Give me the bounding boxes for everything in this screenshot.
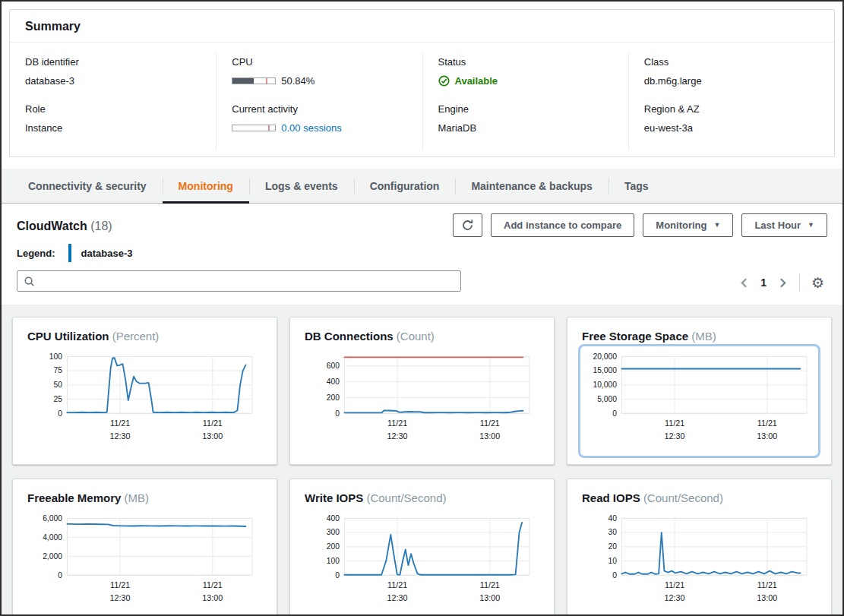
summary-col-status: Status Available Engine MariaDB [422,53,628,150]
summary-panel-header: Summary [10,10,834,43]
svg-text:10,000: 10,000 [593,381,617,389]
write-iops-chart[interactable]: 010020030040011/2112:3011/2113:00 [301,506,543,616]
cpu-label: CPU [232,56,406,68]
monitoring-dropdown-button[interactable]: Monitoring ▼ [643,213,733,237]
read-iops-chart[interactable]: 01020304011/2112:3011/2113:00 [578,506,820,616]
svg-text:5,000: 5,000 [597,395,617,403]
svg-text:300: 300 [327,529,340,537]
caret-down-icon: ▼ [713,222,720,229]
status-badge: Available [438,75,613,87]
db-identifier-value: database-3 [25,75,201,87]
metric-search-input[interactable] [40,275,454,288]
svg-text:12:30: 12:30 [110,593,131,602]
svg-text:11/21: 11/21 [203,419,223,428]
search-row: 1 ⚙ [17,270,827,292]
sessions-value-link[interactable]: 0.00 sessions [281,122,342,134]
settings-gear-icon[interactable]: ⚙ [811,276,824,290]
summary-col-identifier: DB identifier database-3 Role Instance [10,53,216,150]
svg-text:11/21: 11/21 [480,581,500,590]
summary-title: Summary [25,20,819,33]
role-field: Role Instance [25,103,201,134]
refresh-button[interactable] [453,213,482,237]
class-label: Class [644,56,819,68]
legend-color-swatch [68,244,71,262]
chart-title: Freeable Memory (MB) [27,491,266,504]
svg-text:100: 100 [49,352,62,361]
cloudwatch-toolbar: Add instance to compare Monitoring ▼ Las… [453,213,827,237]
add-instance-to-compare-button[interactable]: Add instance to compare [491,213,634,237]
add-instance-label: Add instance to compare [504,220,621,231]
svg-text:13:00: 13:00 [202,593,223,602]
current-page-number: 1 [760,276,767,289]
svg-text:13:00: 13:00 [757,431,777,441]
role-value: Instance [25,122,201,134]
tab-monitoring[interactable]: Monitoring [163,169,249,204]
freeable-memory-chart[interactable]: 02,0004,0006,00011/2112:3011/2113:00 [24,506,266,616]
svg-text:11/21: 11/21 [110,419,130,428]
svg-text:13:00: 13:00 [757,593,777,602]
summary-grid: DB identifier database-3 Role Instance C… [10,43,834,156]
svg-text:11/21: 11/21 [480,419,500,428]
tab-configuration[interactable]: Configuration [354,169,456,204]
svg-text:12:30: 12:30 [665,593,685,602]
svg-text:11/21: 11/21 [757,419,777,428]
cpu-value-row: 50.84% [232,75,406,87]
svg-text:2,000: 2,000 [43,552,62,561]
cpu-meter [232,77,276,84]
previous-page-icon[interactable] [739,277,749,289]
rds-instance-page: Summary DB identifier database-3 Role In… [0,0,844,616]
cpu-meter-fill [232,78,254,84]
svg-text:12:30: 12:30 [387,431,408,441]
legend-row: Legend: database-3 [17,244,827,262]
chart-unit: (MB) [691,330,716,343]
engine-field: Engine MariaDB [438,103,613,134]
class-value: db.m6g.large [644,75,819,87]
tab-connectivity-security[interactable]: Connectivity & security [12,169,163,204]
tab-maintenance-backups[interactable]: Maintenance & backups [455,169,609,204]
region-field: Region & AZ eu-west-3a [644,103,819,134]
region-label: Region & AZ [644,103,819,115]
svg-text:400: 400 [327,514,340,523]
refresh-icon [461,219,474,232]
svg-text:4,000: 4,000 [43,533,62,542]
next-page-icon[interactable] [778,277,788,289]
free-storage-space-chart[interactable]: 05,00010,00015,00020,00011/2112:3011/211… [578,344,820,458]
legend-label: Legend: [17,248,55,259]
caret-down-icon: ▼ [808,222,814,229]
status-field: Status Available [438,56,613,87]
svg-text:11/21: 11/21 [757,581,777,590]
summary-panel: Summary DB identifier database-3 Role In… [9,9,835,157]
svg-text:13:00: 13:00 [479,431,500,441]
svg-text:0: 0 [58,571,62,580]
svg-text:0: 0 [612,571,617,580]
summary-col-class: Class db.m6g.large Region & AZ eu-west-3… [628,53,834,150]
metric-search-box[interactable] [17,270,461,292]
cpu-field: CPU 50.84% [232,56,406,87]
db-connections-chart[interactable]: 020040060011/2112:3011/2113:00 [301,344,543,458]
svg-text:13:00: 13:00 [202,431,223,441]
monitoring-dropdown-label: Monitoring [656,220,706,231]
svg-text:0: 0 [335,571,340,580]
class-field: Class db.m6g.large [644,56,819,87]
svg-text:25: 25 [53,395,62,403]
svg-text:200: 200 [327,393,340,402]
tab-logs-events[interactable]: Logs & events [249,169,354,204]
role-label: Role [25,103,201,115]
svg-text:12:30: 12:30 [110,431,131,441]
sessions-meter-threshold-tick [268,125,270,131]
svg-text:50: 50 [53,381,62,389]
svg-text:0: 0 [335,409,340,418]
check-circle-icon [438,75,450,87]
chart-unit: (Count/Second) [643,491,723,504]
svg-text:200: 200 [327,543,340,551]
time-range-label: Last Hour [754,220,801,231]
tab-tags[interactable]: Tags [609,169,665,204]
cpu-utilization-chart[interactable]: 025507510011/2112:3011/2113:00 [24,344,266,458]
svg-text:20: 20 [608,543,617,551]
current-activity-field: Current activity 0.00 sessions [232,103,406,134]
svg-text:13:00: 13:00 [479,593,500,602]
chart-title-text: Write IOPS [305,491,363,504]
svg-text:600: 600 [327,362,340,370]
time-range-dropdown-button[interactable]: Last Hour ▼ [741,213,827,237]
cloudwatch-title-text: CloudWatch [17,220,87,232]
